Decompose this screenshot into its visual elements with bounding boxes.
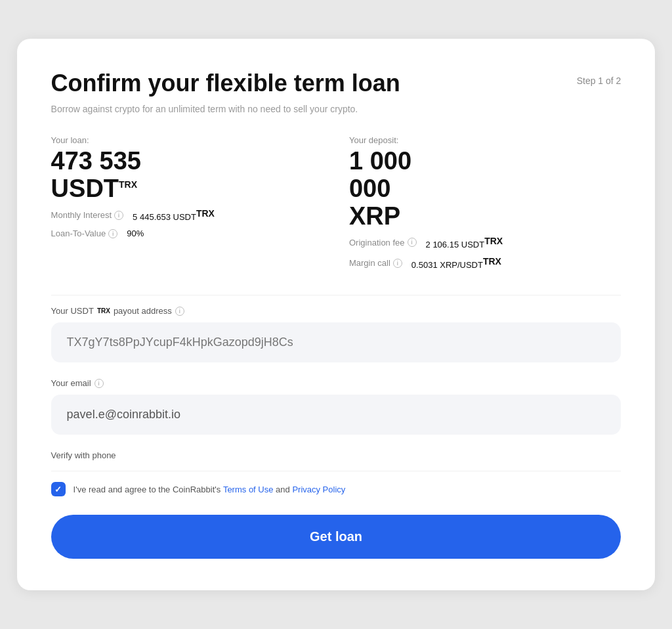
ltv-label: Loan-To-Value [51, 228, 106, 238]
step-indicator: Step 1 of 2 [577, 76, 621, 86]
margin-call-value: 0.5031 XRP/USDTTRX [411, 256, 501, 270]
monthly-interest-value: 5 445.653 USDTTRX [133, 208, 215, 222]
divider-1 [51, 295, 621, 295]
payout-address-label: Your USDTTRX payout address i [51, 306, 621, 316]
subtitle: Borrow against crypto for an unlimited t… [51, 104, 621, 114]
verify-phone-link[interactable]: Verify with phone [51, 450, 621, 460]
payout-address-input[interactable] [51, 322, 621, 362]
ltv-row: Loan-To-Value i 90% [51, 228, 323, 238]
margin-call-info-icon[interactable]: i [393, 259, 402, 268]
payout-address-section: Your USDTTRX payout address i [51, 306, 621, 362]
deposit-label: Your deposit: [349, 135, 621, 145]
get-loan-button[interactable]: Get loan [51, 515, 621, 559]
agreement-row: ✓ I've read and agree to the CoinRabbit'… [51, 482, 621, 496]
loan-label: Your loan: [51, 135, 323, 145]
payout-address-info-icon[interactable]: i [175, 307, 184, 316]
loan-confirmation-card: Confirm your flexible term loan Step 1 o… [17, 39, 656, 591]
monthly-interest-label: Monthly Interest [51, 210, 112, 220]
monthly-interest-info-icon[interactable]: i [114, 211, 123, 220]
loan-currency-sup: TRX [119, 179, 137, 190]
email-label: Your email i [51, 378, 621, 388]
divider-2 [51, 471, 621, 471]
margin-call-row: Margin call i 0.5031 XRP/USDTTRX [349, 256, 621, 270]
page-title: Confirm your flexible term loan [51, 70, 400, 97]
email-input[interactable] [51, 395, 621, 435]
margin-call-label: Margin call [349, 258, 390, 268]
email-section: Your email i [51, 378, 621, 435]
origination-fee-label: Origination fee [349, 238, 405, 248]
origination-fee-info-icon[interactable]: i [408, 238, 417, 247]
loan-amount: 473 535 USDTTRX [51, 148, 323, 203]
loan-currency: USDTTRX [51, 175, 323, 203]
deposit-info-block: Origination fee i 2 106.15 USDTTRX Margi… [349, 230, 621, 271]
origination-fee-value: 2 106.15 USDTTRX [426, 236, 503, 249]
monthly-interest-sup: TRX [196, 208, 215, 219]
loan-section: Your loan: 473 535 USDTTRX Monthly Inter… [51, 135, 336, 276]
ltv-info-icon[interactable]: i [108, 229, 117, 238]
monthly-interest-row: Monthly Interest i 5 445.653 USDTTRX [51, 208, 323, 222]
privacy-link[interactable]: Privacy Policy [292, 485, 345, 494]
deposit-section: Your deposit: 1 000 000 XRP Origination … [336, 135, 621, 276]
email-info-icon[interactable]: i [94, 379, 104, 388]
agreement-checkbox[interactable]: ✓ [51, 482, 66, 496]
agreement-text: I've read and agree to the CoinRabbit's … [74, 485, 346, 494]
ltv-value: 90% [127, 228, 144, 238]
check-icon: ✓ [54, 485, 62, 494]
deposit-amount: 1 000 000 XRP [349, 148, 621, 230]
terms-link[interactable]: Terms of Use [223, 485, 274, 494]
origination-fee-row: Origination fee i 2 106.15 USDTTRX [349, 236, 621, 249]
loan-info-block: Monthly Interest i 5 445.653 USDTTRX Loa… [51, 203, 323, 238]
